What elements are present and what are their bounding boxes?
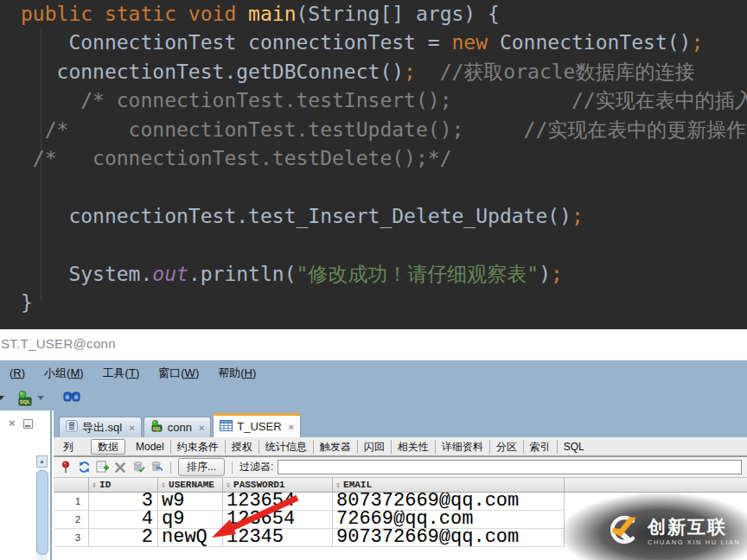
svg-text:SQL: SQL <box>20 399 31 404</box>
code-line: } <box>21 289 747 317</box>
menu-item[interactable]: 小组(M) <box>35 366 93 381</box>
commit-icon[interactable] <box>131 461 145 474</box>
grid-rows: 1 3 w9 123654 807372669@qq.com 2 4 q9 12… <box>54 493 747 547</box>
subtab-触发器[interactable]: 触发器 <box>313 440 357 454</box>
table-row: 1 3 w9 123654 807372669@qq.com <box>54 493 747 511</box>
code-line: connectionTest.getDBConnect(); //获取oracl… <box>21 58 747 86</box>
sort-icon: ⇕ <box>226 480 231 490</box>
column-header-email[interactable]: ⇕ EMAIL <box>333 478 565 493</box>
tab-conn[interactable]: SQL conn × <box>144 417 212 437</box>
filler-header <box>565 478 747 493</box>
refresh-icon[interactable] <box>77 461 91 474</box>
menu-item[interactable]: 窗口(W) <box>149 366 208 381</box>
filter-input[interactable] <box>278 460 742 474</box>
gutter-header <box>54 478 89 493</box>
data-toolbar: 排序... 过滤器: <box>54 457 747 477</box>
binoculars-icon[interactable] <box>63 390 80 406</box>
panel-scrollbar[interactable]: ▲ <box>36 455 48 560</box>
column-header-username[interactable]: ⇕ USERNAME <box>158 478 223 493</box>
tab-strip: 导出.sql × SQL conn × <box>54 410 747 437</box>
code-line: connectionTest.test_Insert_Delete_Update… <box>21 202 747 231</box>
tab-close-icon[interactable]: × <box>129 423 134 433</box>
cell-email[interactable]: 807372669@qq.com <box>333 493 565 511</box>
code-line: /* connectionTest.testDelete();*/ <box>21 144 747 173</box>
code-lines: public static void main(String[] args) {… <box>21 0 747 317</box>
table-row: 2 4 q9 123654 72669@qq.com <box>54 511 747 529</box>
data-grid: ⇕ ID ⇕ USERNAME ⇕ PASSWORD1 ⇕ EMAIL <box>54 477 747 560</box>
cell-password1[interactable]: 123654 <box>223 493 333 511</box>
subtab-闪回[interactable]: 闪回 <box>357 440 391 454</box>
tab-export-sql[interactable]: 导出.sql × <box>59 417 142 437</box>
cell-password1[interactable]: 123654 <box>223 511 333 529</box>
cell-password1[interactable]: 12345 <box>223 529 333 547</box>
sort-icon: ⇕ <box>161 480 166 490</box>
sort-button[interactable]: 排序... <box>178 458 225 476</box>
tab-label: 导出.sql <box>82 420 122 436</box>
document-area: 导出.sql × SQL conn × <box>54 410 747 560</box>
scrollbar-thumb[interactable] <box>36 470 48 555</box>
cell-username[interactable]: newQ <box>158 529 223 547</box>
cell-email[interactable]: 907372669@qq.com <box>333 529 565 547</box>
code-line: public static void main(String[] args) { <box>21 0 747 29</box>
panel-close-icon[interactable]: × <box>9 418 16 429</box>
menu-bar: (R)小组(M)工具(T)窗口(W)帮助(H) <box>0 360 747 385</box>
sort-icon: ⇕ <box>92 480 97 490</box>
subtab-约束条件[interactable]: 约束条件 <box>170 440 225 454</box>
tab-label: T_USER <box>237 420 281 433</box>
app-toolbar: SQL <box>0 385 747 410</box>
code-line <box>21 173 747 201</box>
menu-item[interactable]: 帮助(H) <box>208 366 265 381</box>
tab-t-user[interactable]: T_USER × <box>213 413 301 437</box>
sql-connection-icon: SQL <box>150 420 163 435</box>
menu-item[interactable]: (R) <box>0 366 35 379</box>
subtab-SQL[interactable]: SQL <box>557 440 591 454</box>
subtab-列[interactable]: 列 <box>57 440 80 454</box>
subtab-分区[interactable]: 分区 <box>489 440 523 454</box>
scroll-up-icon[interactable]: ▲ <box>36 455 48 468</box>
subtab-统计信息[interactable]: 统计信息 <box>259 440 313 454</box>
column-header-id[interactable]: ⇕ ID <box>89 478 158 493</box>
subtab-Model[interactable]: Model <box>130 440 170 454</box>
code-line <box>21 231 747 259</box>
cell-username[interactable]: w9 <box>158 493 223 511</box>
dropdown-caret-icon[interactable] <box>0 396 4 400</box>
subtab-相关性[interactable]: 相关性 <box>391 440 435 454</box>
cell-id[interactable]: 2 <box>89 529 158 547</box>
insert-row-icon[interactable] <box>95 461 109 474</box>
sort-icon: ⇕ <box>335 480 341 490</box>
tab-close-icon[interactable]: × <box>199 423 204 433</box>
table-row: 3 2 newQ 12345 907372669@qq.com <box>54 529 747 547</box>
menu-item[interactable]: 工具(T) <box>93 366 150 381</box>
column-header-password1[interactable]: ⇕ PASSWORD1 <box>223 478 333 493</box>
row-number[interactable]: 3 <box>54 529 89 547</box>
subtab-授权[interactable]: 授权 <box>225 440 259 454</box>
pin-icon[interactable] <box>59 461 73 474</box>
navigator-panel: × ▲ <box>0 410 52 560</box>
code-line: System.out.println("修改成功！请仔细观察表"); <box>21 260 747 289</box>
delete-row-icon[interactable] <box>113 461 127 474</box>
cell-email[interactable]: 72669@qq.com <box>333 511 565 529</box>
cell-username[interactable]: q9 <box>158 511 223 529</box>
database-export-icon <box>66 420 78 435</box>
connection-titlebar: ST.T_USER@conn <box>0 329 747 360</box>
filter-label: 过滤器: <box>239 460 273 474</box>
panel-minimize-icon[interactable] <box>23 419 33 429</box>
subtab-详细资料[interactable]: 详细资料 <box>435 440 489 454</box>
svg-text:SQL: SQL <box>152 427 161 431</box>
cell-id[interactable]: 4 <box>89 511 158 529</box>
row-number[interactable]: 1 <box>54 493 89 511</box>
subtab-数据[interactable]: 数据 <box>91 439 125 455</box>
code-line: /* connectionTest.testInsert(); //实现在表中的… <box>21 86 747 115</box>
tab-close-icon[interactable]: × <box>289 422 294 432</box>
code-line: ConnectionTest connectionTest = new Conn… <box>21 29 747 57</box>
connection-label: ST.T_USER@conn <box>1 336 116 351</box>
code-editor[interactable]: public static void main(String[] args) {… <box>0 0 747 332</box>
rollback-icon[interactable] <box>150 461 163 474</box>
subtab-索引[interactable]: 索引 <box>523 440 557 454</box>
sql-worksheet-icon[interactable]: SQL <box>16 391 34 406</box>
tab-label: conn <box>168 421 192 434</box>
cell-id[interactable]: 3 <box>89 493 158 511</box>
dropdown-caret-icon[interactable] <box>37 396 44 400</box>
table-icon <box>220 420 233 434</box>
row-number[interactable]: 2 <box>54 511 89 529</box>
